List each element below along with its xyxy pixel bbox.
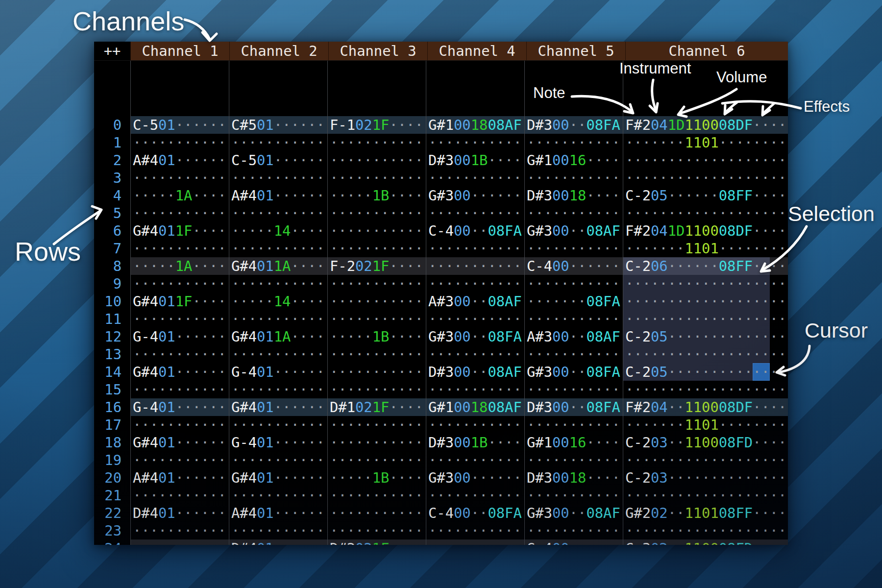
pattern-cell[interactable]: ··········· (426, 345, 524, 363)
pattern-cell[interactable]: C-205·············· (623, 328, 788, 345)
pattern-cell[interactable]: ·····1A···· (130, 257, 229, 275)
pattern-cell[interactable]: ·····1B···· (327, 469, 426, 487)
pattern-cell[interactable]: ··········· (229, 275, 327, 293)
pattern-cell[interactable]: ··········· (426, 451, 524, 469)
pattern-cell[interactable]: ··········· (524, 487, 623, 504)
pattern-cell[interactable]: ··················· (623, 293, 788, 310)
pattern-cell[interactable]: F#2041D110008DF···· (623, 222, 788, 240)
pattern-cell[interactable]: A#401······ (229, 187, 327, 204)
channel-header-2[interactable]: Channel 2 (229, 42, 328, 61)
pattern-cell[interactable]: ··········· (229, 451, 327, 469)
pattern-cell[interactable]: D#401······ (229, 539, 327, 545)
pattern-cell[interactable]: ··········· (327, 451, 426, 469)
pattern-cell[interactable]: ··········· (130, 539, 229, 545)
pattern-cell[interactable]: ··················· (623, 169, 788, 187)
pattern-cell[interactable]: ··········· (426, 169, 524, 187)
pattern-cell[interactable]: G#10016···· (524, 151, 623, 169)
pattern-cell[interactable]: ··········· (130, 240, 229, 257)
pattern-cell[interactable]: C-302··110008FD···· (623, 539, 788, 545)
pattern-cell[interactable]: ·····1B···· (327, 187, 426, 204)
pattern-cell[interactable]: G#401······ (229, 398, 327, 416)
pattern-cell[interactable]: ··········· (229, 310, 327, 328)
pattern-cell[interactable]: D#300··08FA (524, 116, 623, 134)
pattern-cell[interactable]: C-205·············· (623, 363, 788, 381)
pattern-cell[interactable]: ··········· (229, 416, 327, 434)
pattern-cell[interactable]: D#30018···· (524, 469, 623, 487)
pattern-cell[interactable]: ··········· (327, 504, 426, 522)
pattern-cell[interactable]: ··········· (327, 134, 426, 151)
pattern-cell[interactable]: ··········· (426, 204, 524, 222)
pattern-cell[interactable]: ··················· (623, 151, 788, 169)
pattern-cell[interactable]: F-2021F···· (327, 257, 426, 275)
pattern-cell[interactable]: D#300··08FA (524, 398, 623, 416)
pattern-cell[interactable]: C-400······ (524, 257, 623, 275)
pattern-cell[interactable]: D#30018···· (524, 187, 623, 204)
pattern-cell[interactable]: ·······08FA (524, 293, 623, 310)
channel-header-6[interactable]: Channel 6 (625, 42, 788, 61)
pattern-cell[interactable]: ··········· (426, 240, 524, 257)
pattern-cell[interactable]: ··················· (623, 275, 788, 293)
pattern-cell[interactable]: ··········· (130, 381, 229, 398)
pattern-cell[interactable]: ··········· (130, 451, 229, 469)
pattern-cell[interactable]: ··········· (327, 275, 426, 293)
pattern-cell[interactable]: ··········· (524, 240, 623, 257)
pattern-cell[interactable]: ··········· (229, 169, 327, 187)
pattern-cell[interactable]: ··········· (524, 416, 623, 434)
pattern-cell[interactable]: C-205······08FF···· (623, 187, 788, 204)
pattern-cell[interactable]: A#300··08AF (524, 328, 623, 345)
pattern-cell[interactable]: ··················· (623, 451, 788, 469)
pattern-cell[interactable]: ·····14···· (229, 293, 327, 310)
pattern-cell[interactable]: ··········· (426, 539, 524, 545)
pattern-cell[interactable]: A#401······ (130, 151, 229, 169)
pattern-cell[interactable]: G#4011F···· (130, 222, 229, 240)
pattern-cell[interactable]: ··········· (130, 487, 229, 504)
pattern-cell[interactable]: ··········· (524, 204, 623, 222)
pattern-cell[interactable]: ··········· (327, 416, 426, 434)
pattern-cell[interactable]: ··········· (327, 222, 426, 240)
pattern-cell[interactable]: D#3001B···· (426, 434, 524, 451)
pattern-cell[interactable]: G-401······ (229, 434, 327, 451)
pattern-cell[interactable]: ··········· (426, 381, 524, 398)
pattern-cell[interactable]: C-203·············· (623, 469, 788, 487)
pattern-cell[interactable]: ··········· (524, 134, 623, 151)
channel-header-4[interactable]: Channel 4 (427, 42, 526, 61)
pattern-cell[interactable]: ··········· (130, 169, 229, 187)
pattern-cell[interactable]: ··········· (327, 487, 426, 504)
pattern-cell[interactable]: F#204··110008DF···· (623, 398, 788, 416)
channel-header-3[interactable]: Channel 3 (328, 42, 427, 61)
channel-header-1[interactable]: Channel 1 (130, 42, 229, 61)
pattern-cell[interactable]: G#401······ (229, 469, 327, 487)
pattern-cell[interactable]: ··········· (130, 204, 229, 222)
pattern-cell[interactable]: ··········· (229, 345, 327, 363)
pattern-cell[interactable]: G#300··08AF (524, 222, 623, 240)
pattern-cell[interactable]: ·······1101········ (623, 416, 788, 434)
add-channel-button[interactable]: ++ (94, 42, 130, 61)
pattern-cell[interactable]: D#1021F···· (327, 398, 426, 416)
pattern-cell[interactable]: ··················· (623, 522, 788, 539)
pattern-cell[interactable]: ··········· (229, 134, 327, 151)
pattern-cell[interactable]: A#401······ (130, 469, 229, 487)
channel-header-5[interactable]: Channel 5 (526, 42, 625, 61)
pattern-cell[interactable]: ··········· (327, 293, 426, 310)
pattern-cell[interactable]: G#401······ (130, 434, 229, 451)
pattern-cell[interactable]: C-501······ (130, 116, 229, 134)
pattern-cell[interactable]: ··········· (524, 275, 623, 293)
pattern-cell[interactable]: D#3001B···· (426, 151, 524, 169)
pattern-cell[interactable]: G#4011F···· (130, 293, 229, 310)
pattern-cell[interactable]: ··················· (623, 487, 788, 504)
pattern-cell[interactable]: ··········· (524, 169, 623, 187)
pattern-cell[interactable]: ··········· (426, 257, 524, 275)
pattern-cell[interactable]: ·····1A···· (130, 187, 229, 204)
pattern-cell[interactable]: ··········· (524, 310, 623, 328)
pattern-cell[interactable]: A#300··08AF (426, 293, 524, 310)
pattern-cell[interactable]: ··········· (130, 416, 229, 434)
pattern-cell[interactable]: D#401······ (130, 504, 229, 522)
pattern-cell[interactable]: G#10016···· (524, 434, 623, 451)
pattern-cell[interactable]: ··········· (327, 310, 426, 328)
pattern-cell[interactable]: D#2021F···· (327, 539, 426, 545)
pattern-cell[interactable]: ··········· (130, 310, 229, 328)
pattern-cell[interactable]: ··········· (229, 522, 327, 539)
pattern-cell[interactable]: C-400··08FA (426, 504, 524, 522)
pattern-cell[interactable]: G#300··08FA (524, 363, 623, 381)
pattern-cell[interactable]: ··········· (130, 522, 229, 539)
